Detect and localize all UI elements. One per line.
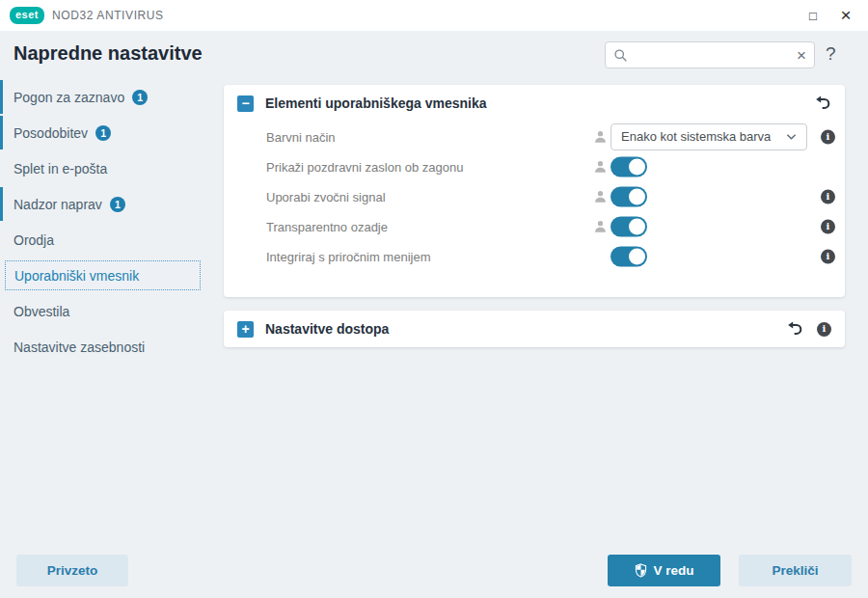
section-actions <box>814 95 831 112</box>
help-icon[interactable]: ? <box>826 43 836 65</box>
dropdown-value: Enako kot sistemska barva <box>621 129 786 144</box>
section-rows: Barvni načinEnako kot sistemska barvaiPr… <box>224 122 845 297</box>
close-button[interactable]: × <box>829 0 862 31</box>
setting-row: Integriraj s priročnim menijemi <box>224 241 845 271</box>
sidebar-item-label: Nastavitve zasebnosti <box>14 340 145 355</box>
info-icon[interactable]: i <box>821 219 835 233</box>
section-header: +Nastavitve dostopai <box>224 311 845 347</box>
attention-marker <box>0 80 3 114</box>
attention-badge: 1 <box>132 90 148 105</box>
sidebar-item[interactable]: Nadzor naprav1 <box>0 189 222 219</box>
sidebar-item-label: Pogon za zaznavo <box>14 90 124 105</box>
user-override-icon <box>593 189 608 204</box>
sidebar-item-label: Posodobitev <box>14 125 88 141</box>
product-name: NOD32 ANTIVIRUS <box>52 9 164 22</box>
search-clear-icon[interactable]: × <box>797 47 806 64</box>
sidebar-item[interactable]: Posodobitev1 <box>0 118 222 148</box>
info-icon[interactable]: i <box>821 129 835 144</box>
dropdown-select[interactable]: Enako kot sistemska barva <box>610 123 807 150</box>
attention-marker <box>0 116 3 150</box>
section-title: Nastavitve dostopa <box>265 321 786 337</box>
sidebar-item[interactable]: Orodja <box>0 225 222 255</box>
ok-button-label: V redu <box>653 563 693 578</box>
setting-label: Transparentno ozadje <box>266 219 388 233</box>
section-header: −Elementi uporabniškega vmesnika <box>224 85 845 122</box>
attention-badge: 1 <box>95 125 111 141</box>
ok-button[interactable]: V redu <box>608 555 720 586</box>
toggle-switch[interactable] <box>610 156 647 177</box>
chevron-down-icon <box>786 133 797 141</box>
setting-label: Uporabi zvočni signal <box>266 189 386 204</box>
search-box[interactable]: × <box>605 41 815 68</box>
main-panel: −Elementi uporabniškega vmesnikaBarvni n… <box>224 85 845 347</box>
toggle-knob <box>629 218 645 234</box>
setting-label: Integriraj s priročnim menijem <box>266 249 431 263</box>
reset-to-default-icon[interactable] <box>814 95 831 112</box>
settings-section: +Nastavitve dostopai <box>224 311 845 347</box>
search-icon <box>613 48 628 63</box>
info-icon[interactable]: i <box>821 249 835 263</box>
section-actions: i <box>786 320 831 338</box>
setting-row: Transparentno ozadjei <box>224 211 845 241</box>
user-override-icon <box>593 129 608 144</box>
info-icon[interactable]: i <box>817 322 831 337</box>
sidebar-item-label: Uporabniški vmesnik <box>14 268 139 284</box>
sidebar-item-label: Nadzor naprav <box>14 197 102 212</box>
toggle-knob <box>629 248 645 264</box>
settings-section: −Elementi uporabniškega vmesnikaBarvni n… <box>224 85 845 297</box>
toggle-switch[interactable] <box>610 216 647 236</box>
sidebar-item-label: Splet in e-pošta <box>14 161 107 177</box>
cancel-button-label: Prekliči <box>772 563 818 578</box>
toggle-switch[interactable] <box>610 246 647 266</box>
section-title: Elementi uporabniškega vmesnika <box>265 95 814 111</box>
maximize-button[interactable]: □ <box>797 0 829 31</box>
sidebar-item[interactable]: Nastavitve zasebnosti <box>0 332 222 362</box>
search-input[interactable] <box>634 48 791 63</box>
setting-row: Prikaži pozdravni zaslon ob zagonu <box>224 151 845 181</box>
default-button-label: Privzeto <box>47 563 98 578</box>
toggle-switch[interactable] <box>610 186 647 206</box>
titlebar: eset NOD32 ANTIVIRUS □ × <box>0 0 868 31</box>
expand-icon[interactable]: + <box>237 321 254 338</box>
setting-label: Barvni način <box>266 129 336 144</box>
setting-row: Uporabi zvočni signali <box>224 181 845 211</box>
sidebar-item-label: Obvestila <box>14 304 69 319</box>
sidebar-item[interactable]: Pogon za zaznavo1 <box>0 82 222 112</box>
cancel-button[interactable]: Prekliči <box>739 555 852 586</box>
user-override-icon <box>593 219 608 233</box>
reset-to-default-icon[interactable] <box>786 320 803 338</box>
setting-row: Barvni načinEnako kot sistemska barvai <box>224 122 845 151</box>
sidebar-item[interactable]: Splet in e-pošta <box>0 153 222 183</box>
sidebar-item[interactable]: Obvestila <box>0 296 222 326</box>
toggle-knob <box>629 188 645 204</box>
eset-logo: eset <box>10 7 44 24</box>
info-icon[interactable]: i <box>821 189 835 204</box>
sidebar-item-label: Orodja <box>14 232 54 248</box>
attention-marker <box>0 187 3 221</box>
setting-label: Prikaži pozdravni zaslon ob zagonu <box>266 159 464 174</box>
security-shield-icon <box>634 563 648 578</box>
collapse-icon[interactable]: − <box>237 95 254 112</box>
window-controls: □ × <box>797 0 868 31</box>
user-override-icon <box>593 159 608 174</box>
page-title: Napredne nastavitve <box>14 42 203 65</box>
attention-badge: 1 <box>110 197 125 212</box>
toggle-knob <box>629 158 645 175</box>
sidebar-item[interactable]: Uporabniški vmesnik <box>5 260 201 290</box>
sidebar: Pogon za zaznavo1Posodobitev1Splet in e-… <box>0 82 222 367</box>
default-button[interactable]: Privzeto <box>16 555 128 586</box>
